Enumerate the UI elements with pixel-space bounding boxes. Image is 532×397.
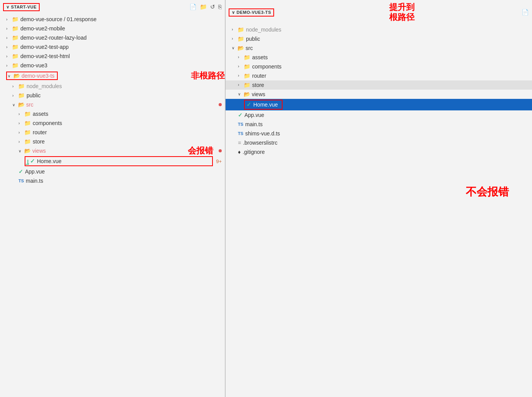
item-label: demo-vue2-test-html [20,53,225,59]
tree-item-demo-vue2-router[interactable]: › 📁 demo-vue2-router-lazy-load [0,33,225,42]
folder-icon: 📁 [238,27,244,33]
vue-file-icon: ✓ [246,101,251,108]
chevron-down-icon: ∨ [8,74,12,78]
collapse-icon[interactable]: ⎘ [218,3,222,10]
config-file-icon: ≡ [238,140,241,146]
left-panel-header: ∨ START-VUE 📄 📁 ↺ ⎘ [0,0,225,14]
annotation-no-error: 不会报错 [466,186,509,198]
tree-item-views-left[interactable]: ∨ 📂 views 会报错 [0,146,225,155]
item-label: demo-vue2-test-app [20,44,225,50]
item-label: public [246,36,532,42]
folder-icon: 📁 [18,83,25,89]
tree-item-demo-vue3[interactable]: › 📁 demo-vue3 [0,61,225,70]
item-label: public [27,92,225,98]
tree-item-app-vue-left[interactable]: ✓ App.vue [0,167,225,176]
new-file-icon[interactable]: 📄 [189,3,197,10]
folder-icon: 📁 [24,138,31,145]
tree-item-components-right[interactable]: › 📁 components [226,62,532,71]
tree-item-node-modules-right[interactable]: › 📁 node_modules [226,25,532,34]
right-tree: › 📁 node_modules › 📁 public ∨ 📂 src › 📁 … [226,25,532,397]
folder-icon: 📁 [18,92,25,98]
annotation-no-error-container: 不会报错 [466,185,509,199]
git-file-icon: ♦ [238,149,241,155]
chevron-down-icon: ∨ [232,46,236,50]
annotation-non-root: 非根路径 [191,70,225,82]
folder-icon: 📁 [12,16,18,22]
new-folder-icon[interactable]: 📁 [200,3,207,10]
tree-item-app-vue-right[interactable]: ✓ App.vue [226,110,532,120]
folder-open-icon: 📂 [24,148,31,154]
tree-item-shims-ts-right[interactable]: TS shims-vue.d.ts [226,129,532,138]
right-workspace-label: DEMO-VUE3-TS [237,10,271,15]
right-workspace-title[interactable]: ∨ DEMO-VUE3-TS [229,8,274,17]
left-workspace-title[interactable]: ∨ START-VUE [3,3,40,11]
chevron-right-icon: › [6,45,11,49]
item-label: store [252,82,532,88]
tree-item-demo-vue3-ts[interactable]: ∨ 📂 demo-vue3-ts [0,71,188,81]
folder-icon: 📁 [238,36,244,42]
folder-icon: 📁 [24,129,31,135]
chevron-down-icon: ∨ [238,92,243,96]
chevron-right-icon: › [18,121,23,125]
folder-icon: 📁 [244,73,250,79]
tree-item-router-right[interactable]: › 📁 router [226,71,532,80]
folder-icon: 📁 [12,62,18,68]
tree-item-router-left[interactable]: › 📁 router [0,128,225,137]
item-label: App.vue [25,168,225,175]
tree-item-public-right[interactable]: › 📁 public [226,34,532,43]
annotation-error: 会报错 [188,145,213,157]
chevron-right-icon: › [18,140,23,144]
folder-open-icon: 📂 [244,91,250,97]
item-label: assets [252,54,532,60]
folder-icon: 📁 [12,53,18,59]
tree-item-gitignore-right[interactable]: ♦ .gitignore [226,147,532,157]
tree-item-store-right[interactable]: › 📁 store [226,80,532,90]
left-tree: › 📁 demo-vue-source / 01.response › 📁 de… [0,14,225,397]
tree-item-main-ts-left[interactable]: TS main.ts [0,176,225,185]
views-row-left[interactable]: ∨ 📂 views 会报错 [0,146,225,155]
folder-icon: 📁 [12,25,18,32]
chevron-right-icon: › [238,73,243,78]
tree-item-demo-vue2-mobile[interactable]: › 📁 demo-vue2-mobile [0,24,225,33]
new-file-icon[interactable]: 📄 [522,9,529,16]
item-label: demo-vue2-mobile [20,25,225,32]
tree-item-components-left[interactable]: › 📁 components [0,118,225,128]
tree-item-home-vue-left[interactable]: լ̲ ✓ Home.vue 9+ [0,155,225,167]
tree-item-home-vue-right[interactable]: ✓ Home.vue [226,99,532,110]
tree-item-demo-vue-source[interactable]: › 📁 demo-vue-source / 01.response [0,15,225,24]
tree-item-assets-left[interactable]: › 📁 assets [0,109,225,118]
right-panel-header: ∨ DEMO-VUE3-TS 提升到 根路径 📄 [226,0,532,25]
chevron-right-icon: › [12,84,17,88]
tree-item-assets-right[interactable]: › 📁 assets [226,53,532,62]
item-label: store [33,138,225,145]
src-row-left[interactable]: ∨ 📂 src [0,100,225,109]
left-workspace-label: START-VUE [11,5,37,9]
chevron-down-icon: ∨ [232,10,235,15]
item-label: Home.vue [253,102,278,108]
tree-item-main-ts-right[interactable]: TS main.ts [226,120,532,129]
tree-item-node-modules-left[interactable]: › 📁 node_modules [0,82,225,91]
chevron-right-icon: › [18,112,23,116]
ts-file-icon: TS [238,131,243,136]
vue-file-icon: ✓ [18,168,23,175]
home-vue-row-left[interactable]: լ̲ ✓ Home.vue 9+ [0,155,225,167]
tree-item-public-left[interactable]: › 📁 public [0,91,225,100]
item-label: main.ts [26,178,225,184]
refresh-icon[interactable]: ↺ [210,3,215,10]
tree-item-demo-vue2-test-app[interactable]: › 📁 demo-vue2-test-app [0,42,225,52]
tree-item-src-left[interactable]: ∨ 📂 src [0,100,225,109]
tree-item-demo-vue2-test-html[interactable]: › 📁 demo-vue2-test-html [0,52,225,61]
chevron-right-icon: › [232,27,236,32]
item-label: demo-vue3 [20,62,225,68]
annotation-root-container: 提升到 根路径 [389,2,415,23]
folder-icon: 📁 [244,82,250,88]
tree-item-browserslistrc-right[interactable]: ≡ .browserslistrc [226,138,532,147]
demo-vue3-ts-row[interactable]: ∨ 📂 demo-vue3-ts 非根路径 [0,70,225,82]
home-vue-row-right[interactable]: ✓ Home.vue [226,99,532,110]
folder-open-icon: 📂 [13,73,20,79]
tree-item-views-right[interactable]: ∨ 📂 views [226,90,532,99]
left-header-icons: 📄 📁 ↺ ⎘ [189,3,222,10]
chevron-right-icon: › [6,54,11,58]
tree-item-src-right[interactable]: ∨ 📂 src [226,43,532,53]
chevron-right-icon: › [238,83,243,87]
